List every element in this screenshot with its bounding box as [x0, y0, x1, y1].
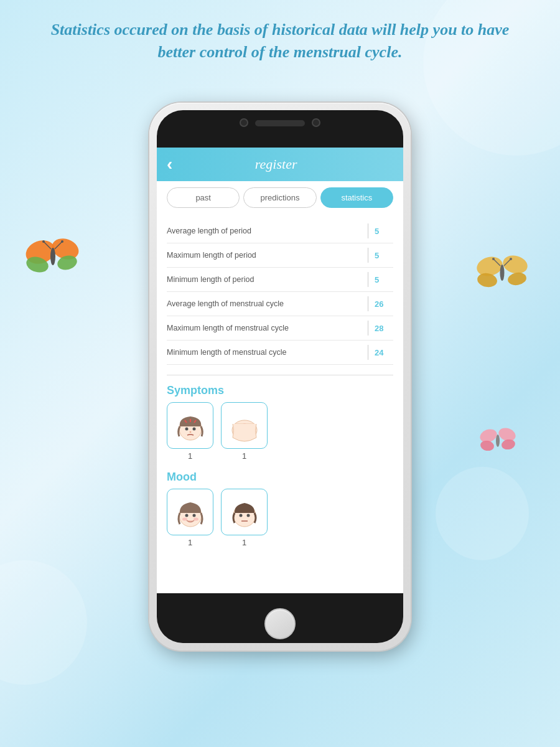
mood-title: Mood: [157, 467, 403, 489]
symptom-icon-box: [167, 402, 213, 449]
stats-label: Maximum length of menstrual cycle: [167, 324, 362, 332]
svg-point-21: [501, 438, 516, 451]
stats-value: 5: [375, 251, 393, 260]
butterfly-right-bottom-icon: [479, 423, 516, 458]
symptom-icon-box: [221, 402, 268, 449]
svg-point-4: [50, 248, 55, 265]
section-divider: [167, 375, 393, 375]
svg-point-22: [496, 435, 500, 447]
home-button[interactable]: [264, 608, 296, 639]
stats-value: 26: [375, 299, 393, 309]
stats-value: 5: [375, 227, 393, 236]
phone-screen: ‹ register past predictions statistics A…: [157, 148, 403, 593]
symptom-count: 1: [242, 451, 246, 461]
symptom-icons-list: 1: [157, 402, 403, 464]
phone-device: ‹ register past predictions statistics A…: [149, 103, 411, 651]
tab-bar: past predictions statistics: [157, 181, 403, 214]
svg-point-41: [194, 517, 198, 520]
svg-point-40: [182, 517, 187, 520]
stats-label: Minimum length of menstrual cycle: [167, 348, 362, 357]
svg-point-7: [42, 240, 45, 243]
camera-left-icon: [240, 118, 248, 127]
mood-icon-box: [221, 489, 268, 535]
symptom-item-cramps: 1: [221, 402, 268, 461]
stats-label: Minimum length of period: [167, 275, 362, 284]
mood-count: 1: [242, 538, 246, 547]
svg-point-26: [189, 431, 191, 433]
svg-point-12: [506, 271, 527, 287]
stats-label: Maximum length of period: [167, 251, 362, 260]
app-header: ‹ register: [157, 148, 403, 181]
svg-point-39: [192, 514, 195, 517]
svg-point-13: [500, 265, 505, 281]
tab-statistics[interactable]: statistics: [320, 187, 393, 208]
mood-icons-list: 1: [157, 489, 403, 551]
stats-table: Average length of period 5 Maximum lengt…: [157, 214, 403, 370]
camera-right-icon: [312, 118, 320, 127]
mood-icon-box: [167, 489, 213, 535]
butterfly-left-icon: [25, 230, 81, 280]
stats-row: Average length of period 5: [167, 219, 393, 243]
svg-point-17: [510, 258, 512, 260]
svg-point-16: [492, 258, 495, 260]
app-title: register: [177, 156, 375, 172]
symptom-count: 1: [188, 451, 192, 461]
symptoms-section: Symptoms: [157, 380, 403, 464]
stats-row: Minimum length of period 5: [167, 268, 393, 292]
butterfly-right-top-icon: [476, 249, 529, 296]
tab-predictions[interactable]: predictions: [243, 187, 316, 208]
mood-section: Mood: [157, 467, 403, 551]
stats-label: Average length of period: [167, 227, 362, 235]
stats-value: 5: [375, 275, 393, 284]
stats-row: Maximum length of period 5: [167, 243, 393, 268]
svg-point-24: [185, 427, 188, 430]
mood-count: 1: [188, 538, 192, 547]
mood-item-happy: 1: [167, 489, 213, 547]
symptom-item-headache: 1: [167, 402, 213, 461]
svg-point-38: [185, 514, 188, 517]
header-text: Statistics occured on the basis of histo…: [31, 19, 529, 64]
stats-row: Average length of menstrual cycle 26: [167, 292, 393, 316]
svg-point-43: [239, 514, 242, 517]
mood-item-neutral: 1: [221, 489, 268, 547]
stats-row: Maximum length of menstrual cycle 28: [167, 316, 393, 341]
symptoms-title: Symptoms: [157, 380, 403, 402]
phone-speaker-icon: [255, 120, 305, 126]
stats-value: 28: [375, 324, 393, 333]
svg-point-44: [246, 514, 250, 517]
tab-past[interactable]: past: [167, 187, 240, 208]
stats-row: Minimum length of menstrual cycle 24: [167, 341, 393, 365]
svg-point-19: [480, 439, 495, 452]
stats-label: Average length of menstrual cycle: [167, 299, 362, 308]
svg-point-8: [61, 240, 63, 243]
back-button[interactable]: ‹: [167, 156, 172, 173]
stats-value: 24: [375, 348, 393, 357]
svg-point-25: [192, 427, 195, 430]
